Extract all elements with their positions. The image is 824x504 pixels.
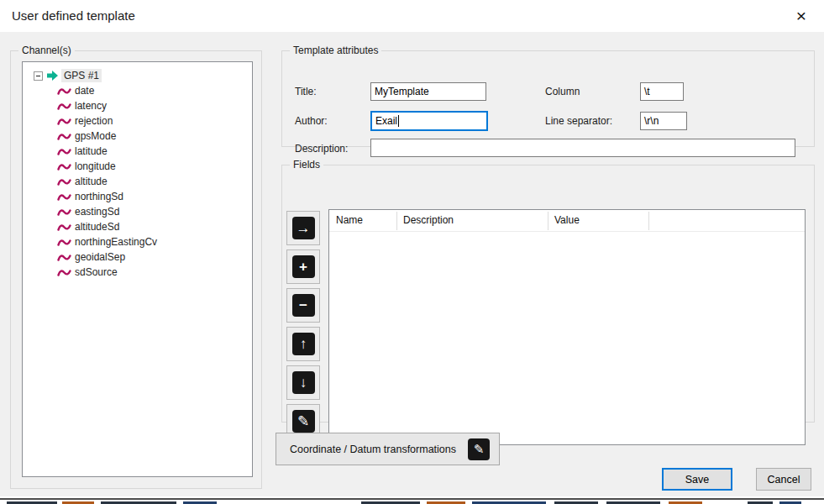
column-value: \t [644,86,650,97]
plus-icon: + [292,255,315,278]
header-separator [548,212,548,230]
tree-item-date[interactable]: date [23,83,252,98]
wave-icon [57,252,72,262]
header-name[interactable]: Name [336,214,363,226]
tree-item-label[interactable]: date [75,85,94,97]
tree-item-gps1[interactable]: GPS #1 [23,68,252,83]
tree-item-altitude[interactable]: altitude [23,174,252,189]
channels-tree[interactable]: GPS #1 datelatencyrejectiongpsModelatitu… [22,61,253,477]
tree-item-label[interactable]: geoidalSep [75,251,125,263]
tree-item-label[interactable]: latency [75,100,107,112]
tree-item-label[interactable]: rejection [75,115,113,127]
background-window-edge [0,498,824,500]
move-up-button[interactable]: ↑ [286,327,320,361]
tree-item-gpsMode[interactable]: gpsMode [23,129,252,144]
coordinate-datum-label: Coordinate / Datum transformations [290,444,456,455]
save-label: Save [685,474,710,486]
fields-table[interactable]: Name Description Value [328,209,806,445]
tree-item-latitude[interactable]: latitude [23,144,252,159]
channels-group-label: Channel(s) [18,45,75,56]
wave-icon [57,267,72,277]
title-label: Title: [295,86,317,97]
move-down-button[interactable]: ↓ [286,365,320,400]
wave-icon [57,237,72,247]
dialog-body: Channel(s) GPS #1 datelatencyrejectiongp… [0,32,824,496]
channel-arrow-icon [46,70,59,81]
template-attributes-label: Template attributes [290,45,381,56]
tree-item-rejection[interactable]: rejection [23,113,252,129]
tree-item-label[interactable]: longitude [75,160,116,172]
wave-icon [57,86,72,96]
clipped-background-window [0,496,824,504]
tree-item-label[interactable]: altitude [75,176,108,187]
tree-item-geoidalSep[interactable]: geoidalSep [23,249,252,265]
fields-group-label: Fields [290,159,323,171]
tree-item-northingEastingCv[interactable]: northingEastingCv [23,234,252,249]
tree-item-northingSd[interactable]: northingSd [23,189,252,204]
tree-item-eastingSd[interactable]: eastingSd [23,204,252,219]
move-right-button[interactable]: → [286,211,320,245]
wave-icon [57,161,72,171]
line-separator-input[interactable]: \r\n [640,112,687,130]
tree-item-label[interactable]: latitude [75,145,108,157]
wave-icon [57,131,72,141]
text-caret [398,115,399,127]
tree-children: datelatencyrejectiongpsModelatitudelongi… [23,83,252,280]
fields-group: Fields →+−↑↓✎ Name Description Value [281,165,815,423]
tree-item-sdSource[interactable]: sdSource [23,265,252,280]
arrow-right-icon: → [292,217,315,239]
title-value: MyTemplate [375,86,429,97]
wave-icon [57,222,72,232]
titlebar[interactable]: User defined template × [0,0,824,32]
pencil-icon: ✎ [292,410,315,433]
wave-icon [57,101,72,111]
tree-item-label[interactable]: northingEastingCv [75,236,157,248]
coordinate-datum-button[interactable]: Coordinate / Datum transformations ✎ [276,433,500,465]
column-label: Column [545,86,580,97]
minus-icon: − [292,294,315,317]
tree-item-label[interactable]: altitudeSd [75,221,119,233]
template-attributes-group: Template attributes Title: MyTemplate Co… [281,50,815,147]
line-separator-label: Line separator: [545,115,612,127]
cancel-label: Cancel [768,474,800,486]
cancel-button[interactable]: Cancel [756,468,811,491]
wave-icon [57,146,72,156]
header-separator [396,212,397,230]
tree-item-altitudeSd[interactable]: altitudeSd [23,219,252,234]
wave-icon [57,192,72,202]
author-value: Exail [375,115,397,127]
fields-table-header: Name Description Value [329,210,805,232]
close-icon[interactable]: × [789,3,814,29]
header-value[interactable]: Value [554,214,580,226]
wave-icon [57,116,72,126]
tree-item-label[interactable]: gpsMode [75,130,116,142]
tree-expander-icon[interactable] [34,71,43,81]
add-field-button[interactable]: + [286,249,320,284]
remove-field-button[interactable]: − [286,288,320,323]
wave-icon [57,207,72,217]
header-separator [648,212,649,230]
arrow-up-icon: ↑ [292,333,315,355]
description-input[interactable] [370,139,795,157]
title-input[interactable]: MyTemplate [370,82,486,101]
header-description[interactable]: Description [403,214,454,226]
channels-group: Channel(s) GPS #1 datelatencyrejectiongp… [10,50,262,489]
save-button[interactable]: Save [662,468,732,491]
author-label: Author: [295,115,328,127]
line-separator-value: \r\n [644,115,659,127]
user-defined-template-dialog: User defined template × Channel(s) GPS #… [0,0,824,504]
tree-item-label[interactable]: eastingSd [75,206,119,218]
tree-item-label[interactable]: sdSource [75,266,118,278]
author-input[interactable]: Exail [370,111,488,131]
description-label: Description: [295,143,348,155]
dialog-title: User defined template [12,8,135,23]
column-input[interactable]: \t [640,82,684,101]
tree-item-longitude[interactable]: longitude [23,159,252,174]
arrow-down-icon: ↓ [292,371,315,394]
tree-item-latency[interactable]: latency [23,98,252,113]
tree-item-label[interactable]: GPS #1 [61,69,102,82]
tree-item-label[interactable]: northingSd [75,191,123,202]
wave-icon [57,176,72,186]
pencil-icon: ✎ [468,438,490,460]
